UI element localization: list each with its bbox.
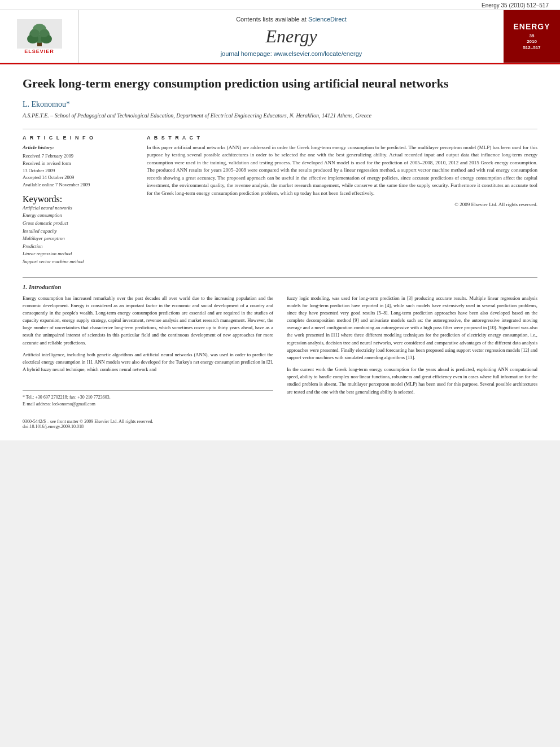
page: Energy 35 (2010) 512–517 ELSEVIER	[0, 0, 560, 440]
body-text-right: fuzzy logic modeling, was used for long-…	[287, 295, 537, 396]
journal-center: Contents lists available at ScienceDirec…	[79, 10, 504, 63]
keyword-item: Support vector machine method	[23, 258, 135, 266]
article-title: Greek long-term energy consumption predi…	[23, 76, 537, 92]
svg-point-7	[40, 29, 49, 37]
journal-meta-top: Energy 35 (2010) 512–517	[0, 0, 560, 10]
body-left-p2: Artificial intelligence, including both …	[23, 351, 273, 374]
article-info-column: A R T I C L E I N F O Article history: R…	[23, 135, 135, 266]
elsevier-label: ELSEVIER	[24, 49, 54, 54]
energy-logo-text: ENERGY 352010512–517	[510, 19, 553, 54]
received2-date: 13 October 2009	[23, 167, 135, 174]
sciencedirect-link[interactable]: ScienceDirect	[308, 16, 347, 23]
energy-logo-area: ENERGY 352010512–517	[504, 10, 560, 63]
keyword-item: Installed capacity	[23, 228, 135, 235]
keyword-item: Linear regression method	[23, 250, 135, 258]
abstract-paragraph: In this paper artificial neural networks…	[147, 144, 537, 198]
section1-title: 1. Introduction	[23, 283, 537, 290]
journal-citation: Energy 35 (2010) 512–517	[482, 2, 549, 8]
footnote2: E-mail address: leekonomo@gmail.com	[23, 401, 273, 408]
elsevier-tree-icon	[17, 19, 62, 49]
footnote-area: * Tel.: +30 697 2702218; fax: +30 210 77…	[23, 390, 273, 408]
abstract-column: A B S T R A C T In this paper artificial…	[147, 135, 537, 266]
journal-header: Energy 35 (2010) 512–517 ELSEVIER	[0, 0, 560, 64]
keyword-item: Energy consumption	[23, 212, 135, 220]
accepted: Accepted 14 October 2009	[23, 174, 135, 181]
received1: Received 7 February 2009	[23, 152, 135, 160]
journal-title-banner: Energy	[265, 26, 317, 47]
body-left-p1: Energy consumption has increased remarka…	[23, 295, 273, 347]
keyword-item: Multilayer perceptron	[23, 235, 135, 243]
author-affiliation: A.S.PE.T.E. – School of Pedagogical and …	[23, 112, 537, 119]
copyright: © 2009 Elsevier Ltd. All rights reserved…	[147, 202, 537, 207]
keywords-list: Artificial neural networksEnergy consump…	[23, 204, 135, 266]
author-name: L. Ekonomou*	[23, 100, 537, 109]
article-content: Greek long-term energy consumption predi…	[0, 64, 560, 277]
journal-banner: ELSEVIER Contents lists available at Sci…	[0, 10, 560, 63]
body-right-p2: In the current work the Greek long-term …	[287, 366, 537, 396]
abstract-text: In this paper artificial neural networks…	[147, 144, 537, 198]
separator-line	[23, 129, 537, 129]
body-text-left: Energy consumption has increased remarka…	[23, 295, 273, 374]
elsevier-logo-area: ELSEVIER	[0, 10, 79, 63]
doi-text: 0360-5442/$ – see front matter © 2009 El…	[23, 419, 273, 429]
keywords-block: Keywords: Artificial neural networksEner…	[23, 194, 135, 266]
body-content: 1. Introduction Energy consumption has i…	[0, 278, 560, 441]
sciencedirect-text: Contents lists available at ScienceDirec…	[236, 16, 347, 23]
available: Available online 7 November 2009	[23, 181, 135, 189]
body-left-column: Energy consumption has increased remarka…	[23, 295, 273, 430]
keyword-item: Gross domestic product	[23, 220, 135, 228]
body-right-p1: fuzzy logic modeling, was used for long-…	[287, 295, 537, 362]
received2: Received in revised form	[23, 160, 135, 167]
footnote1: * Tel.: +30 697 2702218; fax: +30 210 77…	[23, 394, 273, 401]
doi-line1: 0360-5442/$ – see front matter © 2009 El…	[23, 419, 273, 424]
article-info-abstract-section: A R T I C L E I N F O Article history: R…	[23, 135, 537, 266]
body-right-column: fuzzy logic modeling, was used for long-…	[287, 295, 537, 430]
article-info-block: Article history: Received 7 February 200…	[23, 144, 135, 189]
abstract-label: A B S T R A C T	[147, 135, 537, 141]
history-label: Article history:	[23, 144, 135, 152]
keywords-label: Keywords:	[23, 194, 62, 204]
journal-homepage: journal homepage: www.elsevier.com/locat…	[221, 50, 362, 57]
keyword-item: Prediction	[23, 243, 135, 251]
article-info-label: A R T I C L E I N F O	[23, 135, 135, 141]
svg-point-6	[30, 29, 40, 37]
doi-line2: doi:10.1016/j.energy.2009.10.018	[23, 424, 273, 429]
keyword-item: Artificial neural networks	[23, 204, 135, 212]
body-two-col: Energy consumption has increased remarka…	[23, 295, 537, 430]
